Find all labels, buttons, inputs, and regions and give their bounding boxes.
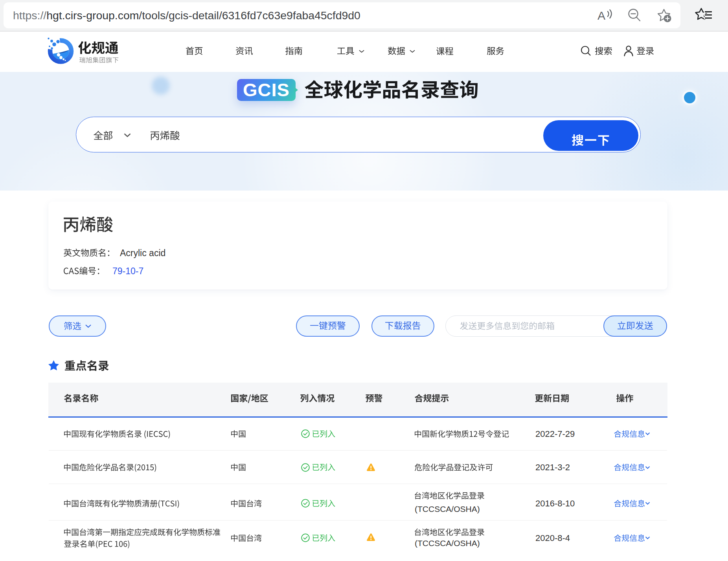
svg-text:A: A	[597, 9, 605, 22]
